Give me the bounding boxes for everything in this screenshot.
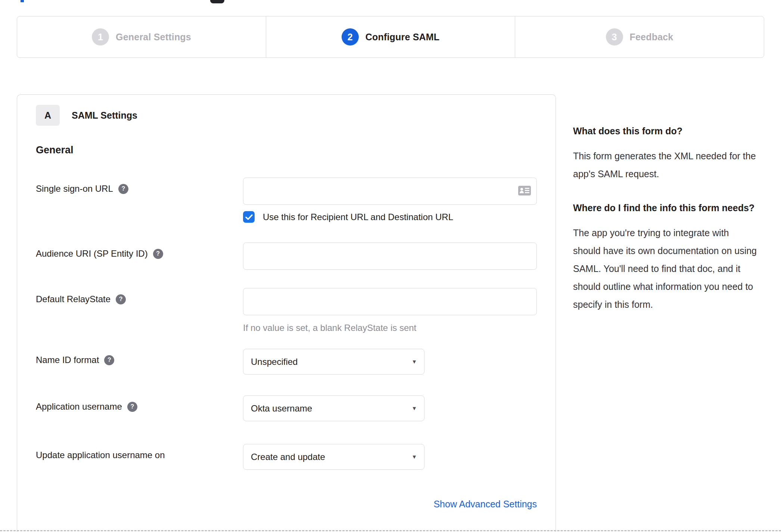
update-application-username-label: Update application username on <box>36 450 165 460</box>
single-sign-on-url-input-wrap <box>243 178 537 205</box>
label-col: Update application username on <box>36 444 243 460</box>
name-id-format-value: Unspecified <box>251 357 298 367</box>
row-update-application-username: Update application username on Create an… <box>36 444 537 470</box>
cutoff-blue-fragment <box>21 0 24 2</box>
audience-uri-input-wrap <box>243 242 537 270</box>
update-application-username-value: Create and update <box>251 452 325 462</box>
control-col: Use this for Recipient URL and Destinati… <box>243 178 537 223</box>
step-1-circle: 1 <box>92 28 109 46</box>
audience-uri-input[interactable] <box>243 242 537 270</box>
saml-settings-panel: A SAML Settings General Single sign-on U… <box>17 94 556 532</box>
row-audience-uri: Audience URI (SP Entity ID) ? <box>36 242 537 270</box>
label-col: Single sign-on URL ? <box>36 178 243 194</box>
contact-card-icon[interactable] <box>518 186 531 197</box>
dashed-divider <box>0 530 781 531</box>
row-application-username: Application username ? Okta username ▾ <box>36 395 537 421</box>
label-col: Application username ? <box>36 395 243 412</box>
chevron-down-icon: ▾ <box>413 453 416 461</box>
single-sign-on-url-input[interactable] <box>243 178 537 205</box>
name-id-format-label: Name ID format <box>36 355 99 365</box>
show-advanced-settings-link[interactable]: Show Advanced Settings <box>433 499 537 509</box>
sidebar-body-where: The app you're trying to integrate with … <box>573 224 757 313</box>
advanced-settings-row: Show Advanced Settings <box>36 499 537 510</box>
step-configure-saml[interactable]: 2 Configure SAML <box>266 16 515 57</box>
control-col <box>243 242 537 270</box>
wizard-stepper: 1 General Settings 2 Configure SAML 3 Fe… <box>17 16 764 58</box>
relaystate-hint: If no value is set, a blank RelayState i… <box>243 323 537 333</box>
control-col: Okta username ▾ <box>243 395 537 421</box>
default-relaystate-label: Default RelayState <box>36 294 111 304</box>
control-col: Create and update ▾ <box>243 444 537 470</box>
section-badge: A <box>36 105 60 126</box>
step-3-label: Feedback <box>630 32 673 43</box>
label-col: Name ID format ? <box>36 349 243 365</box>
default-relaystate-input[interactable] <box>243 288 537 315</box>
row-default-relaystate: Default RelayState ? If no value is set,… <box>36 288 537 333</box>
recipient-url-checkbox-label[interactable]: Use this for Recipient URL and Destinati… <box>263 212 453 222</box>
application-username-value: Okta username <box>251 403 312 414</box>
help-icon[interactable]: ? <box>104 355 114 365</box>
step-2-circle: 2 <box>342 28 359 46</box>
recipient-url-checkbox[interactable] <box>243 211 255 223</box>
audience-uri-label: Audience URI (SP Entity ID) <box>36 248 148 259</box>
sidebar-heading-where: Where do I find the info this form needs… <box>573 199 757 216</box>
help-icon[interactable]: ? <box>153 249 163 259</box>
control-col: Unspecified ▾ <box>243 349 537 375</box>
label-col: Default RelayState ? <box>36 288 243 304</box>
step-general-settings[interactable]: 1 General Settings <box>17 16 266 57</box>
help-icon[interactable]: ? <box>127 402 137 412</box>
sidebar-body-what: This form generates the XML needed for t… <box>573 147 757 183</box>
section-title: SAML Settings <box>72 110 137 121</box>
step-2-label: Configure SAML <box>365 32 440 43</box>
chevron-down-icon: ▾ <box>413 404 416 412</box>
cutoff-dark-icon-fragment <box>210 0 224 3</box>
help-icon[interactable]: ? <box>118 184 128 194</box>
control-col: If no value is set, a blank RelayState i… <box>243 288 537 333</box>
step-1-label: General Settings <box>116 32 191 43</box>
single-sign-on-url-label: Single sign-on URL <box>36 184 113 194</box>
row-name-id-format: Name ID format ? Unspecified ▾ <box>36 349 537 375</box>
help-sidebar: What does this form do? This form genera… <box>573 122 757 330</box>
step-3-circle: 3 <box>606 28 623 46</box>
update-application-username-select[interactable]: Create and update ▾ <box>243 444 424 470</box>
sidebar-heading-what: What does this form do? <box>573 122 757 140</box>
application-username-label: Application username <box>36 401 122 412</box>
help-icon[interactable]: ? <box>116 294 126 304</box>
panel-header: A SAML Settings <box>36 105 537 126</box>
recipient-url-checkbox-row: Use this for Recipient URL and Destinati… <box>243 211 537 223</box>
default-relaystate-input-wrap <box>243 288 537 315</box>
chevron-down-icon: ▾ <box>413 358 416 366</box>
application-username-select[interactable]: Okta username ▾ <box>243 395 424 421</box>
row-single-sign-on-url: Single sign-on URL ? <box>36 178 537 223</box>
label-col: Audience URI (SP Entity ID) ? <box>36 242 243 259</box>
general-group-heading: General <box>36 144 537 156</box>
name-id-format-select[interactable]: Unspecified ▾ <box>243 349 424 375</box>
check-icon <box>245 214 253 220</box>
step-feedback[interactable]: 3 Feedback <box>515 16 764 57</box>
